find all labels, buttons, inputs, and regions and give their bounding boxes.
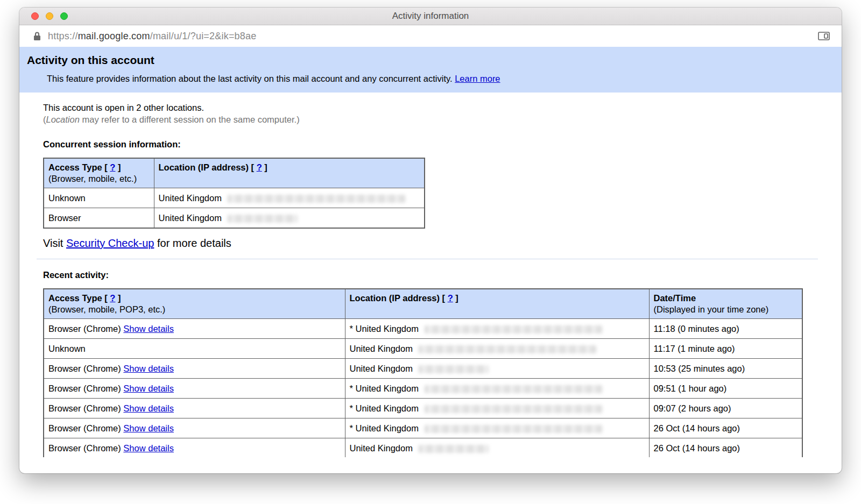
page-description: This feature provides information about … <box>47 74 834 84</box>
datetime-subtext: (Displayed in your time zone) <box>654 304 769 314</box>
location-cell: United Kingdom <box>154 208 425 229</box>
table-header-row: Access Type [ ? ] (Browser, mobile, POP3… <box>44 289 802 319</box>
table-row: Browser (Chrome) Show details* United Ki… <box>44 399 802 418</box>
redacted-ip <box>419 365 489 373</box>
datetime-cell: 26 Oct (14 hours ago) <box>649 438 802 458</box>
location-cell: * United Kingdom <box>345 418 649 438</box>
browser-window: Activity information https://mail.google… <box>19 8 842 473</box>
table-row: Browser (Chrome) Show details* United Ki… <box>44 418 802 438</box>
access-type-cell: Browser (Chrome) Show details <box>44 319 345 339</box>
show-details-link[interactable]: Show details <box>123 443 174 453</box>
zoom-button[interactable] <box>60 12 68 20</box>
access-type-subtext: (Browser, mobile, etc.) <box>48 174 137 183</box>
datetime-cell: 09:51 (1 hour ago) <box>649 379 802 399</box>
description-text: This feature provides information about … <box>47 74 453 83</box>
location-cell: United Kingdom <box>345 438 649 458</box>
help-link[interactable]: ? <box>448 293 453 303</box>
redacted-ip <box>419 345 596 353</box>
location-cell: * United Kingdom <box>345 399 649 418</box>
show-details-link[interactable]: Show details <box>123 403 174 413</box>
datetime-cell: 11:18 (0 minutes ago) <box>649 319 802 339</box>
show-details-link[interactable]: Show details <box>123 364 174 373</box>
access-type-cell: Browser <box>44 208 154 229</box>
access-type-cell: Browser (Chrome) Show details <box>44 438 345 458</box>
table-row: BrowserUnited Kingdom <box>44 208 425 229</box>
concurrent-sessions-heading: Concurrent session information: <box>43 139 818 150</box>
location-header: Location (IP address) [ ? ] <box>345 289 649 319</box>
redacted-ip <box>425 425 602 433</box>
location-cell: * United Kingdom <box>345 379 649 399</box>
table-header-row: Access Type [ ? ] (Browser, mobile, etc.… <box>44 158 425 188</box>
open-locations-text: This account is open in 2 other location… <box>43 103 818 113</box>
redacted-ip <box>425 405 602 413</box>
show-details-link[interactable]: Show details <box>123 423 174 433</box>
redacted-ip <box>419 445 489 453</box>
access-type-cell: Browser (Chrome) Show details <box>44 359 345 379</box>
table-row: Browser (Chrome) Show detailsUnited King… <box>44 438 802 458</box>
lock-icon <box>33 31 41 41</box>
url-bar[interactable]: https://mail.google.com/mail/u/1/?ui=2&i… <box>19 25 842 47</box>
show-details-link[interactable]: Show details <box>123 324 174 333</box>
datetime-header: Date/Time (Displayed in your time zone) <box>649 289 802 319</box>
access-type-cell: Unknown <box>44 339 345 359</box>
table-row: UnknownUnited Kingdom <box>44 188 425 208</box>
location-cell: United Kingdom <box>345 339 649 359</box>
redacted-ip <box>228 215 298 223</box>
access-type-subtext: (Browser, mobile, POP3, etc.) <box>48 304 165 314</box>
datetime-cell: 26 Oct (14 hours ago) <box>649 418 802 438</box>
table-row: Browser (Chrome) Show detailsUnited King… <box>44 359 802 379</box>
security-checkup-link[interactable]: Security Check-up <box>66 237 154 249</box>
redacted-ip <box>228 195 405 203</box>
page-viewport: Activity on this account This feature pr… <box>19 47 842 457</box>
redacted-ip <box>425 385 602 393</box>
minimize-button[interactable] <box>46 12 53 20</box>
datetime-cell: 09:07 (2 hours ago) <box>649 399 802 418</box>
page-content: This account is open in 2 other location… <box>19 93 842 457</box>
page-header: Activity on this account This feature pr… <box>19 47 842 93</box>
access-type-cell: Unknown <box>44 188 154 208</box>
redacted-ip <box>425 325 602 333</box>
windows-icon[interactable] <box>818 32 830 40</box>
help-link[interactable]: ? <box>110 162 115 172</box>
window-title: Activity information <box>392 11 469 22</box>
table-row: Browser (Chrome) Show details* United Ki… <box>44 319 802 339</box>
security-checkup-text: Visit Security Check-up for more details <box>43 237 818 250</box>
learn-more-link[interactable]: Learn more <box>455 74 500 83</box>
location-header: Location (IP address) [ ? ] <box>154 158 425 188</box>
access-type-cell: Browser (Chrome) Show details <box>44 379 345 399</box>
help-link[interactable]: ? <box>110 293 115 303</box>
location-cell: United Kingdom <box>345 359 649 379</box>
table-row: Browser (Chrome) Show details* United Ki… <box>44 379 802 399</box>
access-type-header: Access Type [ ? ] (Browser, mobile, POP3… <box>44 289 345 319</box>
table-row: Unknown United Kingdom 11:17 (1 minute a… <box>44 339 802 359</box>
close-button[interactable] <box>31 12 39 20</box>
traffic-lights <box>31 8 68 25</box>
titlebar[interactable]: Activity information <box>19 8 842 25</box>
location-cell: United Kingdom <box>154 188 425 208</box>
concurrent-sessions-table: Access Type [ ? ] (Browser, mobile, etc.… <box>43 158 425 229</box>
access-type-header: Access Type [ ? ] (Browser, mobile, etc.… <box>44 158 154 188</box>
divider <box>37 259 818 259</box>
help-link[interactable]: ? <box>257 162 262 172</box>
access-type-cell: Browser (Chrome) Show details <box>44 418 345 438</box>
url-text[interactable]: https://mail.google.com/mail/u/1/?ui=2&i… <box>48 31 256 42</box>
recent-activity-heading: Recent activity: <box>43 270 818 280</box>
datetime-cell: 10:53 (25 minutes ago) <box>649 359 802 379</box>
datetime-cell: 11:17 (1 minute ago) <box>649 339 802 359</box>
access-type-cell: Browser (Chrome) Show details <box>44 399 345 418</box>
page-title: Activity on this account <box>27 54 834 67</box>
show-details-link[interactable]: Show details <box>123 384 174 393</box>
location-note-text: (Location may refer to a different sessi… <box>43 115 818 125</box>
location-cell: * United Kingdom <box>345 319 649 339</box>
recent-activity-table: Access Type [ ? ] (Browser, mobile, POP3… <box>43 288 803 457</box>
